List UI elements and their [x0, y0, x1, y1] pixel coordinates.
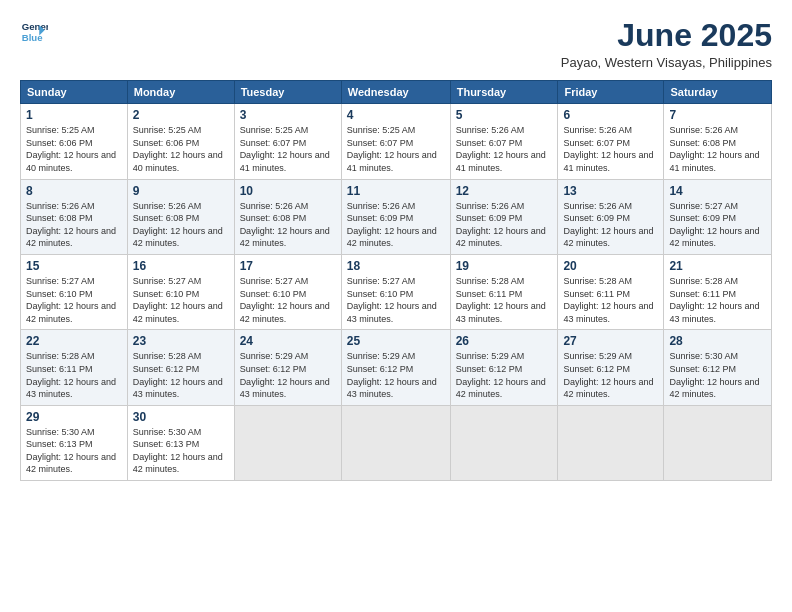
table-row: 2 Sunrise: 5:25 AMSunset: 6:06 PMDayligh…	[127, 104, 234, 179]
table-row: 15 Sunrise: 5:27 AMSunset: 6:10 PMDaylig…	[21, 254, 128, 329]
day-number: 15	[26, 259, 122, 273]
day-number: 28	[669, 334, 766, 348]
day-number: 23	[133, 334, 229, 348]
day-detail: Sunrise: 5:29 AMSunset: 6:12 PMDaylight:…	[456, 351, 546, 399]
day-detail: Sunrise: 5:26 AMSunset: 6:08 PMDaylight:…	[669, 125, 759, 173]
table-row: 7 Sunrise: 5:26 AMSunset: 6:08 PMDayligh…	[664, 104, 772, 179]
day-number: 30	[133, 410, 229, 424]
day-number: 5	[456, 108, 553, 122]
table-row: 20 Sunrise: 5:28 AMSunset: 6:11 PMDaylig…	[558, 254, 664, 329]
table-row: 11 Sunrise: 5:26 AMSunset: 6:09 PMDaylig…	[341, 179, 450, 254]
table-row: 30 Sunrise: 5:30 AMSunset: 6:13 PMDaylig…	[127, 405, 234, 480]
day-detail: Sunrise: 5:27 AMSunset: 6:10 PMDaylight:…	[240, 276, 330, 324]
table-row: 29 Sunrise: 5:30 AMSunset: 6:13 PMDaylig…	[21, 405, 128, 480]
day-number: 16	[133, 259, 229, 273]
table-row: 10 Sunrise: 5:26 AMSunset: 6:08 PMDaylig…	[234, 179, 341, 254]
day-number: 24	[240, 334, 336, 348]
day-number: 10	[240, 184, 336, 198]
table-row	[234, 405, 341, 480]
month-title: June 2025	[561, 18, 772, 53]
day-detail: Sunrise: 5:30 AMSunset: 6:13 PMDaylight:…	[26, 427, 116, 475]
table-row: 19 Sunrise: 5:28 AMSunset: 6:11 PMDaylig…	[450, 254, 558, 329]
day-detail: Sunrise: 5:27 AMSunset: 6:09 PMDaylight:…	[669, 201, 759, 249]
table-row: 23 Sunrise: 5:28 AMSunset: 6:12 PMDaylig…	[127, 330, 234, 405]
day-detail: Sunrise: 5:26 AMSunset: 6:08 PMDaylight:…	[240, 201, 330, 249]
table-row: 1 Sunrise: 5:25 AMSunset: 6:06 PMDayligh…	[21, 104, 128, 179]
title-block: June 2025 Payao, Western Visayas, Philip…	[561, 18, 772, 70]
calendar-header-row: Sunday Monday Tuesday Wednesday Thursday…	[21, 81, 772, 104]
day-number: 27	[563, 334, 658, 348]
day-detail: Sunrise: 5:27 AMSunset: 6:10 PMDaylight:…	[133, 276, 223, 324]
col-tuesday: Tuesday	[234, 81, 341, 104]
table-row: 26 Sunrise: 5:29 AMSunset: 6:12 PMDaylig…	[450, 330, 558, 405]
table-row: 3 Sunrise: 5:25 AMSunset: 6:07 PMDayligh…	[234, 104, 341, 179]
table-row: 14 Sunrise: 5:27 AMSunset: 6:09 PMDaylig…	[664, 179, 772, 254]
day-number: 25	[347, 334, 445, 348]
table-row: 9 Sunrise: 5:26 AMSunset: 6:08 PMDayligh…	[127, 179, 234, 254]
table-row: 27 Sunrise: 5:29 AMSunset: 6:12 PMDaylig…	[558, 330, 664, 405]
day-detail: Sunrise: 5:26 AMSunset: 6:07 PMDaylight:…	[456, 125, 546, 173]
day-number: 11	[347, 184, 445, 198]
day-detail: Sunrise: 5:26 AMSunset: 6:09 PMDaylight:…	[563, 201, 653, 249]
day-number: 12	[456, 184, 553, 198]
day-detail: Sunrise: 5:25 AMSunset: 6:07 PMDaylight:…	[240, 125, 330, 173]
day-detail: Sunrise: 5:26 AMSunset: 6:07 PMDaylight:…	[563, 125, 653, 173]
day-detail: Sunrise: 5:30 AMSunset: 6:12 PMDaylight:…	[669, 351, 759, 399]
calendar-row: 22 Sunrise: 5:28 AMSunset: 6:11 PMDaylig…	[21, 330, 772, 405]
day-number: 13	[563, 184, 658, 198]
day-number: 4	[347, 108, 445, 122]
table-row: 24 Sunrise: 5:29 AMSunset: 6:12 PMDaylig…	[234, 330, 341, 405]
day-detail: Sunrise: 5:29 AMSunset: 6:12 PMDaylight:…	[347, 351, 437, 399]
table-row: 8 Sunrise: 5:26 AMSunset: 6:08 PMDayligh…	[21, 179, 128, 254]
day-number: 29	[26, 410, 122, 424]
day-detail: Sunrise: 5:28 AMSunset: 6:12 PMDaylight:…	[133, 351, 223, 399]
table-row: 28 Sunrise: 5:30 AMSunset: 6:12 PMDaylig…	[664, 330, 772, 405]
table-row: 25 Sunrise: 5:29 AMSunset: 6:12 PMDaylig…	[341, 330, 450, 405]
table-row: 22 Sunrise: 5:28 AMSunset: 6:11 PMDaylig…	[21, 330, 128, 405]
day-number: 17	[240, 259, 336, 273]
calendar-row: 29 Sunrise: 5:30 AMSunset: 6:13 PMDaylig…	[21, 405, 772, 480]
logo-icon: General Blue	[20, 18, 48, 46]
day-number: 3	[240, 108, 336, 122]
col-sunday: Sunday	[21, 81, 128, 104]
table-row: 5 Sunrise: 5:26 AMSunset: 6:07 PMDayligh…	[450, 104, 558, 179]
day-detail: Sunrise: 5:28 AMSunset: 6:11 PMDaylight:…	[563, 276, 653, 324]
day-number: 19	[456, 259, 553, 273]
day-detail: Sunrise: 5:26 AMSunset: 6:08 PMDaylight:…	[26, 201, 116, 249]
day-detail: Sunrise: 5:28 AMSunset: 6:11 PMDaylight:…	[456, 276, 546, 324]
calendar-row: 15 Sunrise: 5:27 AMSunset: 6:10 PMDaylig…	[21, 254, 772, 329]
day-number: 22	[26, 334, 122, 348]
table-row: 6 Sunrise: 5:26 AMSunset: 6:07 PMDayligh…	[558, 104, 664, 179]
day-number: 9	[133, 184, 229, 198]
page-header: General Blue June 2025 Payao, Western Vi…	[20, 18, 772, 70]
day-detail: Sunrise: 5:30 AMSunset: 6:13 PMDaylight:…	[133, 427, 223, 475]
day-detail: Sunrise: 5:25 AMSunset: 6:07 PMDaylight:…	[347, 125, 437, 173]
table-row	[450, 405, 558, 480]
day-number: 7	[669, 108, 766, 122]
table-row: 21 Sunrise: 5:28 AMSunset: 6:11 PMDaylig…	[664, 254, 772, 329]
day-detail: Sunrise: 5:26 AMSunset: 6:09 PMDaylight:…	[456, 201, 546, 249]
col-thursday: Thursday	[450, 81, 558, 104]
day-number: 2	[133, 108, 229, 122]
day-number: 14	[669, 184, 766, 198]
location: Payao, Western Visayas, Philippines	[561, 55, 772, 70]
table-row: 18 Sunrise: 5:27 AMSunset: 6:10 PMDaylig…	[341, 254, 450, 329]
col-friday: Friday	[558, 81, 664, 104]
day-detail: Sunrise: 5:29 AMSunset: 6:12 PMDaylight:…	[240, 351, 330, 399]
day-number: 21	[669, 259, 766, 273]
table-row: 4 Sunrise: 5:25 AMSunset: 6:07 PMDayligh…	[341, 104, 450, 179]
table-row: 17 Sunrise: 5:27 AMSunset: 6:10 PMDaylig…	[234, 254, 341, 329]
day-detail: Sunrise: 5:28 AMSunset: 6:11 PMDaylight:…	[669, 276, 759, 324]
table-row: 16 Sunrise: 5:27 AMSunset: 6:10 PMDaylig…	[127, 254, 234, 329]
calendar-table: Sunday Monday Tuesday Wednesday Thursday…	[20, 80, 772, 481]
table-row: 12 Sunrise: 5:26 AMSunset: 6:09 PMDaylig…	[450, 179, 558, 254]
calendar-row: 1 Sunrise: 5:25 AMSunset: 6:06 PMDayligh…	[21, 104, 772, 179]
day-detail: Sunrise: 5:29 AMSunset: 6:12 PMDaylight:…	[563, 351, 653, 399]
day-detail: Sunrise: 5:26 AMSunset: 6:08 PMDaylight:…	[133, 201, 223, 249]
col-monday: Monday	[127, 81, 234, 104]
day-number: 26	[456, 334, 553, 348]
table-row	[341, 405, 450, 480]
day-detail: Sunrise: 5:26 AMSunset: 6:09 PMDaylight:…	[347, 201, 437, 249]
table-row	[664, 405, 772, 480]
day-number: 20	[563, 259, 658, 273]
